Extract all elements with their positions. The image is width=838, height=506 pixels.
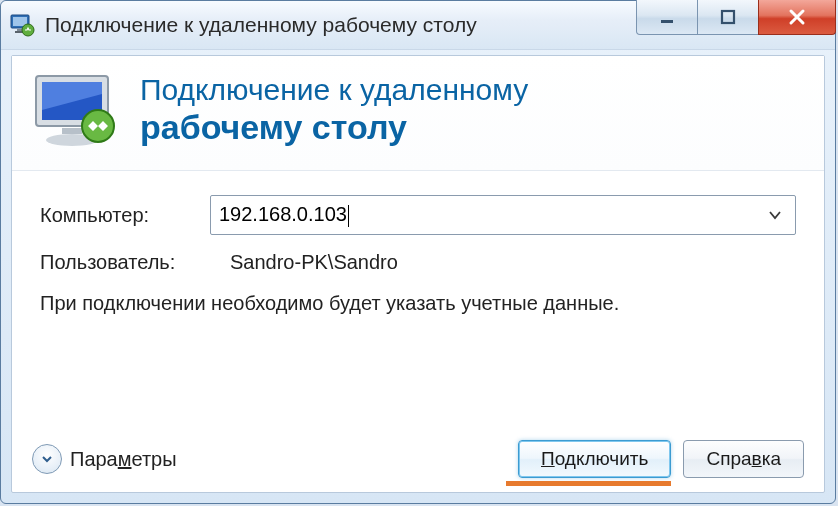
form-area: Компьютер: 192.168.0.103 Пользователь: S… [12, 171, 824, 317]
text-cursor [348, 205, 349, 227]
banner-text: Подключение к удаленному рабочему столу [140, 73, 528, 147]
banner-line1: Подключение к удаленному [140, 73, 528, 108]
client-area: Подключение к удаленному рабочему столу … [11, 55, 825, 493]
rdp-monitor-icon [30, 70, 126, 150]
options-label: Параметры [70, 448, 177, 471]
svg-rect-10 [62, 128, 82, 134]
footer: Параметры Подключить Справка [12, 440, 824, 478]
help-label: Справка [706, 448, 781, 470]
titlebar[interactable]: Подключение к удаленному рабочему столу [1, 1, 835, 50]
app-icon [9, 12, 35, 38]
computer-label: Компьютер: [40, 204, 210, 227]
rdp-window: Подключение к удаленному рабочему столу [0, 0, 836, 504]
svg-rect-5 [661, 20, 673, 23]
close-button[interactable] [758, 0, 836, 35]
options-toggle[interactable]: Параметры [32, 444, 177, 474]
computer-row: Компьютер: 192.168.0.103 [40, 195, 796, 235]
help-button[interactable]: Справка [683, 440, 804, 478]
chevron-down-icon [32, 444, 62, 474]
computer-combobox[interactable]: 192.168.0.103 [210, 195, 796, 235]
user-label: Пользователь: [40, 251, 210, 274]
minimize-button[interactable] [636, 0, 698, 35]
credentials-note: При подключении необходимо будет указать… [40, 290, 796, 317]
user-row: Пользователь: Sandro-PK\Sandro [40, 251, 796, 274]
highlight-indicator [506, 481, 671, 486]
window-controls [637, 0, 836, 34]
maximize-button[interactable] [697, 0, 759, 35]
banner: Подключение к удаленному рабочему столу [12, 56, 824, 171]
connect-label: Подключить [541, 448, 648, 470]
user-value: Sandro-PK\Sandro [210, 251, 398, 274]
svg-rect-6 [722, 11, 734, 23]
connect-button[interactable]: Подключить [518, 440, 671, 478]
banner-line2: рабочему столу [140, 108, 528, 147]
computer-value: 192.168.0.103 [219, 203, 787, 227]
window-title: Подключение к удаленному рабочему столу [45, 13, 477, 37]
svg-point-4 [22, 24, 34, 36]
dropdown-caret-icon[interactable] [755, 196, 795, 234]
